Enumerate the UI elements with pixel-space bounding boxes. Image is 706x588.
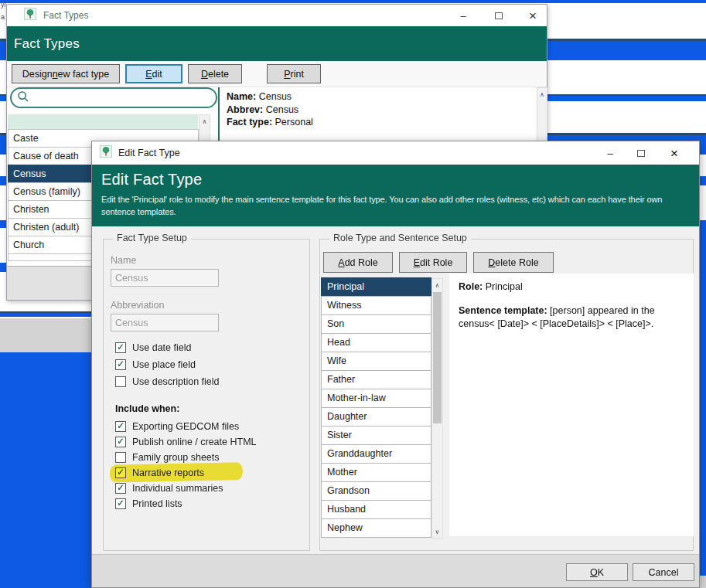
design-new-fact-type-button[interactable]: Design new fact type xyxy=(12,64,120,83)
search-input[interactable] xyxy=(33,90,216,106)
checkbox[interactable]: ✓ xyxy=(115,342,126,353)
screen: y/ a Fact Types – × Fact Types Design ne… xyxy=(0,0,706,588)
maximize-icon xyxy=(495,12,503,19)
checkbox-row[interactable]: ✓Exporting GEDCOM files xyxy=(115,420,257,432)
minimize-button[interactable]: – xyxy=(451,5,476,26)
abbreviation-field[interactable] xyxy=(111,314,219,331)
role-list-item[interactable]: Head xyxy=(321,333,431,352)
sentence-detail-panel: Role: Principal Sentence template: [pers… xyxy=(449,274,694,536)
fact-type-setup-group: Fact Type Setup Name Abbreviation ✓Use d… xyxy=(103,239,310,551)
role-list-item[interactable]: Mother-in-law xyxy=(321,389,431,408)
checkbox-row[interactable]: ✓Printed lists xyxy=(115,498,257,509)
role-list-item[interactable]: Principal xyxy=(321,277,431,297)
role-list-item[interactable]: Son xyxy=(321,314,431,334)
checkbox[interactable]: ✓ xyxy=(115,421,126,432)
checkbox-row[interactable]: ✓Individual summaries xyxy=(115,482,257,494)
checkbox-label: Use date field xyxy=(132,342,191,353)
scroll-up-icon[interactable]: ∧ xyxy=(200,115,210,127)
scrollbar-thumb[interactable] xyxy=(433,292,442,423)
role-buttons-row: Add Role Edit Role Delete Role xyxy=(323,252,554,273)
checkbox-label: Family group sheets xyxy=(132,452,220,463)
dialog-header-title: Edit Fact Type xyxy=(101,171,690,189)
background-stripe xyxy=(0,0,706,3)
checkbox-label: Printed lists xyxy=(132,498,182,509)
checkbox-label: Publish online / create HTML xyxy=(132,437,257,447)
desktop-text-fragment: a xyxy=(1,13,5,21)
dialog-header-description: Edit the 'Principal' role to modify the … xyxy=(101,193,690,218)
checkbox-row[interactable]: ✓Use date field xyxy=(115,342,220,353)
role-list-item[interactable]: Husband xyxy=(321,500,431,519)
group-legend: Role Type and Sentence Setup xyxy=(329,233,471,243)
checkbox-row[interactable]: ✓Narrative reports xyxy=(115,467,257,478)
checkbox-row[interactable]: ✓Use place field xyxy=(115,359,220,370)
dialog-titlebar[interactable]: Edit Fact Type – × xyxy=(92,141,699,165)
checkbox[interactable]: ✓ xyxy=(115,359,126,370)
role-list-item[interactable]: Grandson xyxy=(321,481,431,501)
checkbox[interactable]: ✓ xyxy=(115,467,126,478)
dialog-footer: OK Cancel xyxy=(92,554,699,587)
minimize-icon: – xyxy=(607,148,612,159)
print-button[interactable]: Print xyxy=(267,64,321,83)
fact-types-titlebar[interactable]: Fact Types – × xyxy=(7,5,547,26)
role-list-item[interactable]: Father xyxy=(321,370,431,389)
group-legend: Fact Type Setup xyxy=(113,233,191,243)
checkbox[interactable]: ✓ xyxy=(115,437,126,447)
checkbox-row[interactable]: Use description field xyxy=(115,376,220,387)
maximize-button[interactable] xyxy=(486,5,511,26)
checkbox-label: Narrative reports xyxy=(132,467,204,478)
window-title: Fact Types xyxy=(43,10,88,21)
close-button[interactable]: × xyxy=(520,5,545,26)
close-button[interactable]: × xyxy=(662,141,687,165)
delete-button[interactable]: Delete xyxy=(188,64,242,83)
fact-types-toolbar: Design new fact type Edit Delete Print xyxy=(7,61,547,87)
detail-name-line: Name: Census xyxy=(227,90,528,104)
name-label: Name xyxy=(111,255,136,266)
sentence-template-line: Sentence template: [person] appeared in … xyxy=(459,304,684,331)
edit-fact-type-dialog: Edit Fact Type – × Edit Fact Type Edit t… xyxy=(91,141,700,588)
abbreviation-label: Abbreviation xyxy=(111,300,165,311)
checkbox[interactable]: ✓ xyxy=(115,483,126,494)
scroll-down-icon[interactable]: ∨ xyxy=(432,525,442,538)
checkbox-label: Use place field xyxy=(132,359,196,370)
maximize-icon xyxy=(637,150,645,157)
page-title: Fact Types xyxy=(7,26,547,52)
include-when-checkboxes: ✓Exporting GEDCOM files✓Publish online /… xyxy=(115,420,257,513)
checkbox[interactable] xyxy=(115,452,126,463)
role-list-item[interactable]: Daughter xyxy=(321,407,431,427)
name-field[interactable] xyxy=(111,269,219,287)
role-setup-group: Role Type and Sentence Setup Add Role Ed… xyxy=(319,239,694,551)
role-list-item[interactable]: Granddaughter xyxy=(321,444,431,464)
role-list-item[interactable]: Witness xyxy=(321,296,431,315)
edit-role-button[interactable]: Edit Role xyxy=(399,252,467,273)
ok-button[interactable]: OK xyxy=(566,563,628,581)
scroll-up-icon[interactable]: ∧ xyxy=(432,279,442,291)
maximize-button[interactable] xyxy=(629,141,653,165)
role-list-item[interactable]: Nephew xyxy=(321,518,431,538)
add-role-button[interactable]: Add Role xyxy=(323,252,393,273)
app-tree-icon xyxy=(24,8,36,23)
delete-role-button[interactable]: Delete Role xyxy=(473,252,554,273)
role-list-scrollbar[interactable]: ∧ ∨ xyxy=(431,278,443,539)
include-when-label: Include when: xyxy=(115,403,179,414)
minimize-button[interactable]: – xyxy=(598,141,622,165)
checkbox[interactable]: ✓ xyxy=(115,498,126,509)
checkbox-row[interactable]: ✓Publish online / create HTML xyxy=(115,436,257,447)
cancel-button[interactable]: Cancel xyxy=(633,563,694,581)
role-list-item[interactable]: Sister xyxy=(321,426,431,445)
checkbox-label: Exporting GEDCOM files xyxy=(132,421,239,432)
role-line: Role: Principal xyxy=(459,281,684,292)
app-tree-icon xyxy=(100,145,112,161)
search-box[interactable] xyxy=(10,87,217,108)
checkbox[interactable] xyxy=(115,376,126,387)
checkbox-label: Use description field xyxy=(132,376,220,387)
desktop-text-fragment: y/ xyxy=(1,1,6,8)
search-icon xyxy=(17,90,29,106)
field-option-checkboxes: ✓Use date field✓Use place fieldUse descr… xyxy=(115,342,220,393)
edit-button[interactable]: Edit xyxy=(125,64,182,83)
role-list-item[interactable]: Mother xyxy=(321,463,431,482)
checkbox-row[interactable]: Family group sheets xyxy=(115,451,257,463)
fact-list-empty-row[interactable] xyxy=(8,114,198,130)
role-list-item[interactable]: Wife xyxy=(321,352,431,371)
scroll-up-icon[interactable]: ∧ xyxy=(537,88,547,100)
close-icon: × xyxy=(529,9,537,22)
